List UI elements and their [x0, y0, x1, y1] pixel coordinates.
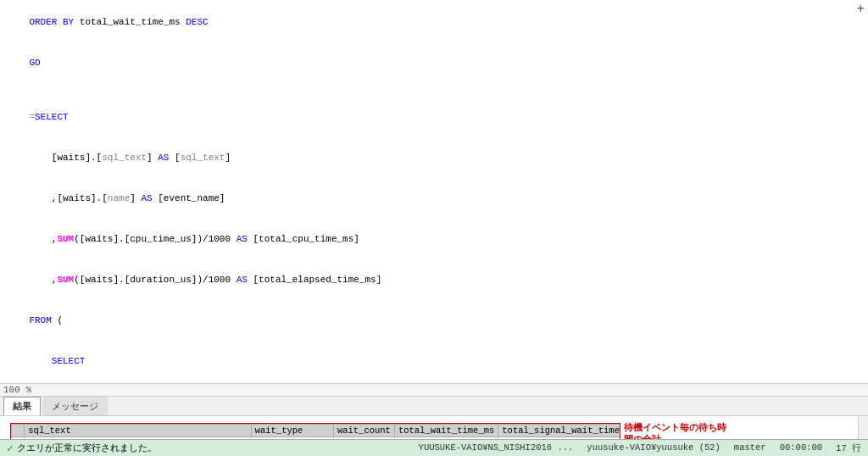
code-editor[interactable]: + ORDER BY total_wait_time_ms DESC GO =S… [0, 0, 868, 384]
cell-total-wait: 733 [394, 437, 498, 440]
code-line-8: ,SUM([waits].[duration_us])/1000 AS [tot… [7, 259, 861, 300]
code-line-7: ,SUM([waits].[cpu_time_us])/1000 AS [tot… [7, 219, 861, 259]
status-server: YUUSUKE-VAIO¥NS_NISHI2016 ... [419, 442, 574, 454]
cell-signal: 0 [498, 437, 620, 440]
code-line-4: =SELECT [7, 97, 861, 137]
code-line-5: [waits].[sql_text] AS [sql_text] [7, 137, 861, 178]
col-total-wait: total_wait_time_ms [394, 425, 498, 437]
expand-button[interactable]: + [856, 2, 865, 17]
code-line-1: ORDER BY total_wait_time_ms DESC [7, 2, 861, 42]
callout1: 待機イベント毎の待ち時間の合計 [624, 421, 760, 439]
zoom-level: 100 % [0, 384, 868, 397]
results-scroll[interactable]: sql_text wait_type wait_count total_wait… [0, 416, 858, 439]
cell-sql: SELECT TOP 50000 [col1] ,[col2] ,[col... [25, 437, 251, 440]
code-line-10: SELECT [7, 341, 861, 381]
code-line-9: FROM ( [7, 300, 861, 341]
status-bar: ✓ クエリが正常に実行されました。 YUUSUKE-VAIO¥NS_NISHI2… [0, 439, 868, 456]
status-time: 00:00:00 [780, 442, 822, 454]
status-rows: 17 行 [836, 442, 861, 454]
status-left: ✓ クエリが正常に実行されました。 [7, 442, 419, 455]
vertical-scrollbar[interactable] [858, 416, 868, 439]
status-user: yuusuke-VAIO¥yuusuke (52) [587, 442, 721, 454]
table1-wrapper: sql_text wait_type wait_count total_wait… [5, 420, 853, 439]
tab-results[interactable]: 結果 [3, 397, 41, 415]
cell-wait-count: 17 [333, 437, 394, 440]
col-rownum [12, 425, 25, 437]
table1-body: 1 SELECT TOP 50000 [col1] ,[col2] ,[col.… [12, 437, 621, 440]
tab-messages[interactable]: メッセージ [42, 397, 108, 415]
code-line-2: GO [7, 42, 861, 83]
table1: sql_text wait_type wait_count total_wait… [11, 424, 620, 439]
results-area: sql_text wait_type wait_count total_wait… [0, 416, 868, 439]
check-icon: ✓ [7, 442, 14, 455]
table1-header: sql_text wait_type wait_count total_wait… [12, 425, 621, 437]
status-db: master [734, 442, 766, 454]
col-wait-count: wait_count [333, 425, 394, 437]
col-sql-text: sql_text [25, 425, 251, 437]
status-message: クエリが正常に実行されました。 [17, 442, 157, 454]
code-line-6: ,[waits].[name] AS [event_name] [7, 178, 861, 219]
cell-wait-type: PAGEIOLATCH_SH [251, 437, 333, 440]
table1-section: sql_text wait_type wait_count total_wait… [10, 423, 620, 439]
code-line-3 [7, 83, 861, 97]
col-wait-type: wait_type [251, 425, 333, 437]
table-row: 1 SELECT TOP 50000 [col1] ,[col2] ,[col.… [12, 437, 621, 440]
tabs-bar: 結果 メッセージ [0, 397, 868, 416]
status-right: YUUSUKE-VAIO¥NS_NISHI2016 ... yuusuke-VA… [419, 442, 861, 454]
col-signal-wait: total_signal_wait_time_ms [498, 425, 620, 437]
row-num: 1 [12, 437, 25, 440]
